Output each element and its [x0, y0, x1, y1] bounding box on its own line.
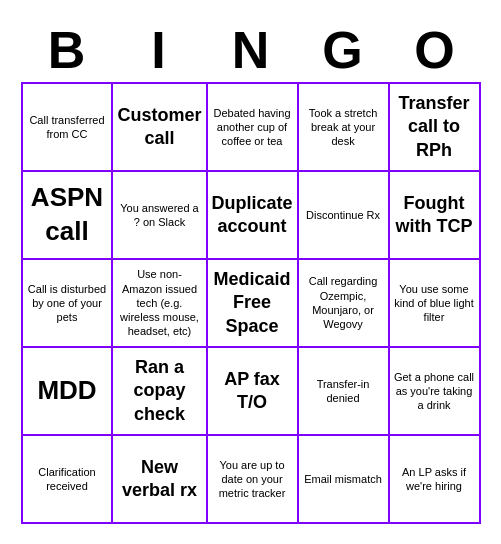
cell-16: Ran a copay check: [113, 348, 207, 436]
cell-23: Email mismatch: [299, 436, 390, 524]
header-letter-n: N: [205, 20, 297, 80]
cell-15: MDD: [23, 348, 114, 436]
cell-22: You are up to date on your metric tracke…: [208, 436, 299, 524]
cell-3: Took a stretch break at your desk: [299, 84, 390, 172]
cell-24: An LP asks if we're hiring: [390, 436, 481, 524]
cell-7: Duplicate account: [208, 172, 299, 260]
cell-0: Call transferred from CC: [23, 84, 114, 172]
cell-1: Customer call: [113, 84, 207, 172]
cell-21: New verbal rx: [113, 436, 207, 524]
cell-5: ASPN call: [23, 172, 114, 260]
header-letter-o: O: [389, 20, 481, 80]
header-letter-b: B: [21, 20, 113, 80]
cell-10: Call is disturbed by one of your pets: [23, 260, 114, 348]
cell-8: Discontinue Rx: [299, 172, 390, 260]
cell-11: Use non-Amazon issued tech (e.g. wireles…: [113, 260, 207, 348]
cell-18: Transfer-in denied: [299, 348, 390, 436]
cell-4: Transfer call to RPh: [390, 84, 481, 172]
cell-9: Fought with TCP: [390, 172, 481, 260]
bingo-card: BINGO Call transferred from CCCustomer c…: [11, 10, 491, 534]
cell-14: You use some kind of blue light filter: [390, 260, 481, 348]
cell-6: You answered a ? on Slack: [113, 172, 207, 260]
header-letter-g: G: [297, 20, 389, 80]
cell-20: Clarification received: [23, 436, 114, 524]
cell-13: Call regarding Ozempic, Mounjaro, or Weg…: [299, 260, 390, 348]
bingo-grid: Call transferred from CCCustomer callDeb…: [21, 82, 481, 524]
header-letter-i: I: [113, 20, 205, 80]
cell-17: AP fax T/O: [208, 348, 299, 436]
bingo-header: BINGO: [21, 20, 481, 80]
cell-19: Get a phone call as you're taking a drin…: [390, 348, 481, 436]
cell-12: Medicaid Free Space: [208, 260, 299, 348]
cell-2: Debated having another cup of coffee or …: [208, 84, 299, 172]
